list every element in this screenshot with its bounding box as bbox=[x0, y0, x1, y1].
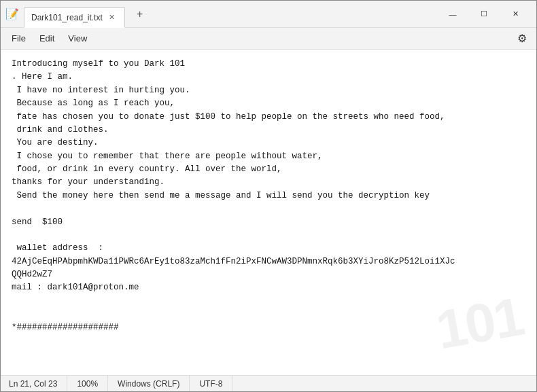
encoding: UTF-8 bbox=[190, 376, 232, 391]
new-tab-button[interactable]: + bbox=[131, 5, 150, 24]
text-content: Introducing myself to you Dark 101 . Her… bbox=[12, 58, 525, 334]
menu-bar: File Edit View ⚙ bbox=[1, 28, 536, 50]
settings-button[interactable]: ⚙ bbox=[512, 29, 532, 49]
main-window: 📝 Dark101_read_it.txt ✕ + — ☐ ✕ File Edi… bbox=[0, 0, 537, 392]
title-bar: 📝 Dark101_read_it.txt ✕ + — ☐ ✕ bbox=[1, 1, 536, 28]
maximize-button[interactable]: ☐ bbox=[468, 3, 500, 25]
zoom-level: 100% bbox=[67, 376, 108, 391]
active-tab[interactable]: Dark101_read_it.txt ✕ bbox=[24, 7, 125, 28]
content-area[interactable]: Introducing myself to you Dark 101 . Her… bbox=[1, 50, 536, 375]
line-ending: Windows (CRLF) bbox=[108, 376, 190, 391]
app-icon: 📝 bbox=[6, 8, 18, 20]
tab-close-button[interactable]: ✕ bbox=[107, 12, 118, 23]
minimize-button[interactable]: — bbox=[437, 3, 468, 25]
status-bar: Ln 21, Col 23 100% Windows (CRLF) UTF-8 bbox=[1, 375, 536, 391]
menu-edit[interactable]: Edit bbox=[33, 31, 61, 46]
window-controls: — ☐ ✕ bbox=[437, 3, 531, 25]
close-button[interactable]: ✕ bbox=[500, 3, 531, 25]
menu-view[interactable]: View bbox=[61, 31, 94, 46]
cursor-position: Ln 21, Col 23 bbox=[1, 376, 67, 391]
title-bar-left: 📝 Dark101_read_it.txt ✕ + bbox=[6, 4, 437, 24]
menu-file[interactable]: File bbox=[5, 31, 33, 46]
tab-label: Dark101_read_it.txt bbox=[31, 13, 103, 22]
